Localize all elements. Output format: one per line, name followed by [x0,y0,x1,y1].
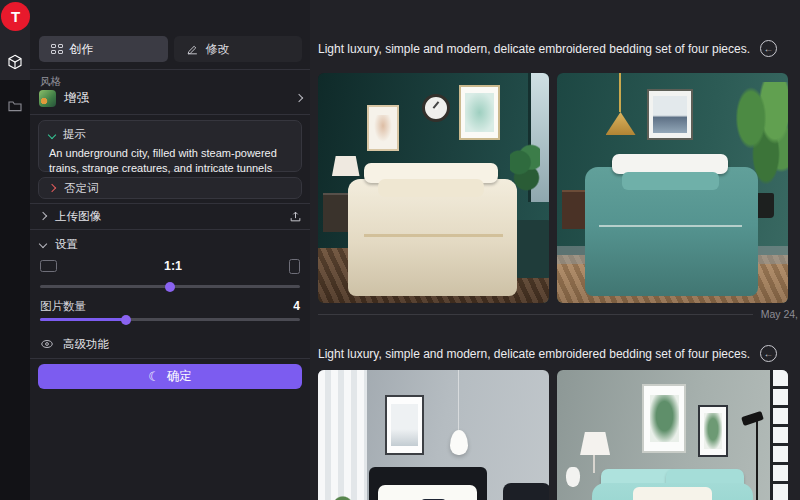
divider [30,203,310,204]
reuse-prompt-button[interactable]: ← [760,40,777,57]
negative-words-label: 否定词 [64,181,99,196]
scene-pillows [378,485,477,500]
reuse-prompt-button[interactable]: ← [760,345,777,362]
folder-icon [7,98,23,114]
scene-vase [566,467,580,488]
app-window: T 创作 修改 风格 [0,0,800,500]
divider [30,69,310,70]
left-arrow-icon: ← [764,43,774,54]
generation-prompt-row: Light luxury, simple and modern, delicat… [318,345,777,362]
settings-header[interactable]: 设置 [40,236,302,252]
scene-plant [330,490,362,500]
image-count-value: 4 [293,299,300,313]
image-count-slider-thumb[interactable] [121,315,131,325]
negative-words-section[interactable]: 否定词 [38,177,302,199]
left-arrow-icon: ← [764,348,774,359]
scene-frame [647,89,693,140]
scene-floor-lamp [756,416,758,500]
eye-icon [40,337,54,351]
generated-image-2[interactable] [557,73,788,303]
aspect-ratio-slider-thumb[interactable] [165,282,175,292]
style-selector[interactable]: 增强 [39,86,302,110]
upload-image-label: 上传图像 [55,209,280,224]
image-count-slider[interactable] [40,318,300,321]
avatar[interactable]: T [1,2,30,31]
confirm-button[interactable]: ☾ 确定 [38,364,302,389]
tab-create-label: 创作 [70,41,94,58]
chevron-down-icon [39,240,47,248]
generated-image-3[interactable] [318,370,549,500]
app-rail: T [0,0,30,500]
scene-clock [422,94,450,122]
scene-lamp-cord [619,73,621,112]
grid-icon [51,44,63,54]
mode-tabs: 创作 修改 [39,36,302,62]
cube-icon [7,54,23,70]
prompt-label: 提示 [63,127,86,142]
generation-date: May 24, [761,308,798,320]
scene-piping-line [599,225,742,227]
edit-icon [186,43,199,56]
scene-frame [367,105,399,151]
aspect-ratio-slider[interactable] [40,285,300,288]
scene-frame [642,384,686,453]
chevron-right-icon [48,184,56,192]
upload-image-row[interactable]: 上传图像 [40,208,302,224]
scene-embroidery-stripe [364,234,503,237]
scene-frame [698,405,728,458]
scene-frame [385,395,424,455]
generation-prompt-text: Light luxury, simple and modern, delicat… [318,347,750,361]
divider [30,229,310,230]
sidebar-item-generate[interactable] [0,48,30,76]
control-panel: 创作 修改 风格 增强 提示 An underground city, fill… [30,0,310,500]
chevron-right-icon [295,94,303,102]
date-row: May 24, [318,308,798,320]
date-divider [318,314,753,315]
divider [30,114,310,115]
confirm-button-label: 确定 [167,368,192,385]
scene-chair [512,220,549,278]
upload-icon[interactable] [289,210,302,223]
prompt-section[interactable]: 提示 An underground city, filled with stea… [38,120,302,172]
scene-pillows [622,172,719,190]
chevron-right-icon [39,212,47,220]
prompt-header[interactable]: 提示 [49,127,291,142]
scene-pillows [378,179,484,197]
scene-lamp [332,156,360,177]
tab-create[interactable]: 创作 [39,36,168,62]
tab-edit[interactable]: 修改 [174,36,303,62]
image-count-label: 图片数量 [40,299,86,314]
image-grid-1 [318,73,788,303]
avatar-letter: T [11,8,20,25]
image-count-row: 图片数量 4 [40,298,300,314]
generation-prompt-row: Light luxury, simple and modern, delicat… [318,40,777,57]
gallery-area: Light luxury, simple and modern, delicat… [310,0,800,500]
aspect-ratio-row: 1:1 [40,254,300,278]
style-thumbnail-icon [39,90,56,107]
style-value: 增强 [64,90,288,107]
scene-pillows [633,487,712,500]
scene-lamp-base [593,455,595,473]
scene-window [770,370,788,500]
image-grid-2 [318,370,788,500]
scene-pendant-lamp [450,430,468,455]
divider [30,358,310,359]
scene-table-lamp [580,432,610,455]
scene-frame [459,85,501,140]
aspect-ratio-value: 1:1 [57,259,289,273]
settings-label: 设置 [55,237,78,252]
generation-prompt-text: Light luxury, simple and modern, delicat… [318,42,750,56]
portrait-ratio-icon[interactable] [289,259,300,274]
scene-chair [503,483,549,500]
advanced-features-label: 高级功能 [63,337,109,352]
scene-lamp-cord [458,370,459,430]
sidebar-item-assets[interactable] [0,92,30,120]
landscape-ratio-icon[interactable] [40,260,57,272]
slider-fill [40,318,126,321]
generated-image-4[interactable] [557,370,788,500]
scene-curtain [318,370,367,500]
moon-icon: ☾ [148,370,160,383]
generated-image-1[interactable] [318,73,549,303]
tab-edit-label: 修改 [206,41,230,58]
advanced-features-row[interactable]: 高级功能 [40,334,302,354]
